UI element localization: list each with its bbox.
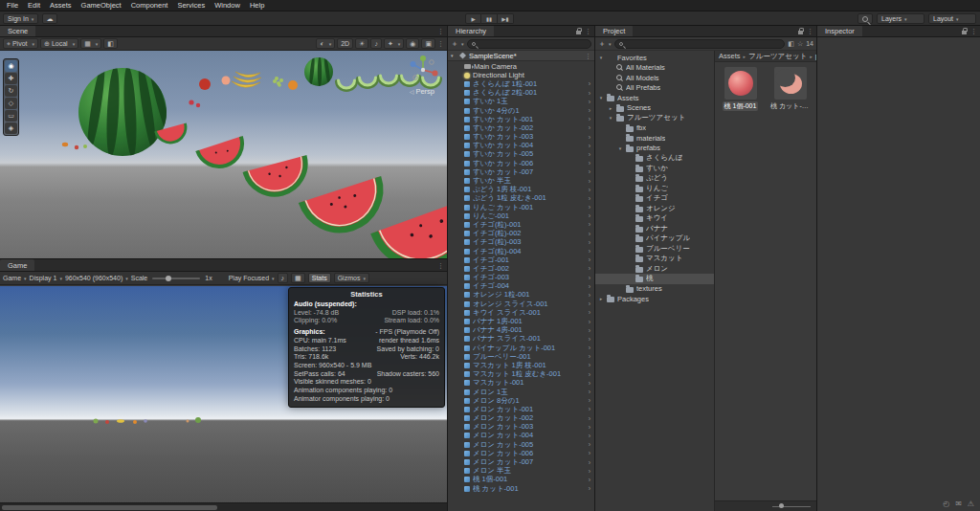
project-tree-item[interactable]: ブルーベリー [595,244,714,255]
handle-rotation-dropdown[interactable]: ⊕ Local [40,38,78,49]
project-search-input[interactable] [614,39,786,49]
thumbnail-zoom-slider[interactable] [772,506,811,507]
project-tree-item[interactable]: ▾フルーツアセット [595,113,714,123]
menu-file[interactable]: File [2,1,23,10]
camera-settings-button[interactable]: ▣ [421,38,435,49]
expander-icon[interactable]: ▾ [598,55,604,60]
project-tree-item[interactable]: ぶどう [595,173,714,184]
breadcrumb-item[interactable]: フルーツアセット [741,52,808,61]
asset-item[interactable]: 桃 1個-001 [719,67,762,111]
project-tree-item[interactable]: 桃 [595,274,714,284]
create-button[interactable]: ＋ [451,38,464,49]
search-by-type-icon[interactable]: ◧ [788,40,794,48]
scene-options-icon[interactable]: ⋮ [585,53,591,59]
project-tree-item[interactable]: ▸Packages [595,294,714,304]
step-button[interactable]: ▶▮ [498,13,514,24]
perspective-label[interactable]: ◁Persp [410,87,434,96]
inspector-menu-icon[interactable]: ⋮ [970,28,977,34]
layers-dropdown[interactable]: Layers [877,13,924,24]
pause-button[interactable]: ▮▮ [481,13,498,24]
alert-icon[interactable]: ⚠ [968,500,974,508]
prefab-open-arrow[interactable]: › [589,380,590,387]
project-tree-item[interactable]: メロン [595,264,714,275]
lock-icon[interactable] [576,31,581,34]
prefab-open-arrow[interactable]: › [589,99,590,105]
prefab-open-arrow[interactable]: › [589,397,590,404]
prefab-open-arrow[interactable]: › [589,151,590,158]
game-viewport[interactable]: Statistics Audio (suspended):Level: -74.… [0,286,447,503]
project-tree-item[interactable]: ▾prefabs [595,144,714,154]
prefab-open-arrow[interactable]: › [589,415,590,422]
rotate-tool[interactable]: ↻ [5,85,17,97]
expander-icon[interactable]: ▸ [608,105,613,111]
game-view-dropdown[interactable]: Game [3,275,27,281]
menu-assets[interactable]: Assets [45,1,77,10]
project-tree-item[interactable]: All Prefabs [595,83,714,94]
scale-tool[interactable]: ◇ [5,98,17,109]
expander-icon[interactable]: ▾ [598,95,604,100]
prefab-open-arrow[interactable]: › [589,485,590,492]
snap-increment-button[interactable]: ◧ [103,38,118,49]
prefab-open-arrow[interactable]: › [589,371,590,378]
project-tree-item[interactable]: マスカット [595,254,714,264]
prefab-open-arrow[interactable]: › [589,212,590,219]
tab-project[interactable]: Project [595,25,633,36]
prefab-open-arrow[interactable]: › [589,283,590,290]
project-tree-item[interactable]: ▾Favorites [595,53,714,63]
prefab-open-arrow[interactable]: › [589,362,590,368]
prefab-open-arrow[interactable]: › [589,80,590,87]
prefab-open-arrow[interactable]: › [589,221,590,228]
project-tree-item[interactable]: ▾Assets [595,93,714,103]
asset-item[interactable]: 桃 カット-001 [768,67,812,111]
prefab-open-arrow[interactable]: › [589,433,590,439]
expander-icon[interactable]: ▾ [608,115,613,121]
prefab-open-arrow[interactable]: › [589,265,590,272]
prefab-open-arrow[interactable]: › [589,178,590,185]
prefab-open-arrow[interactable]: › [589,239,590,246]
message-icon[interactable]: ✉ [955,500,962,508]
scene-viewport[interactable]: ◉✚↻◇▭◈ ◁Persp [0,51,447,258]
vsync-button[interactable]: ▦ [291,273,305,283]
prefab-open-arrow[interactable]: › [589,292,590,299]
prefab-open-arrow[interactable]: › [589,187,590,193]
project-tree-item[interactable]: キウイ [595,213,714,224]
prefab-open-arrow[interactable]: › [589,336,590,343]
rect-tool[interactable]: ▭ [5,110,17,122]
move-tool[interactable]: ✚ [5,73,17,84]
project-tree-item[interactable]: りんご [595,184,714,194]
prefab-open-arrow[interactable]: › [589,256,590,263]
prefab-open-arrow[interactable]: › [589,204,590,211]
prefab-open-arrow[interactable]: › [589,319,590,325]
hierarchy-item[interactable]: Main Camera [448,62,594,71]
progress-icon[interactable]: ◴ [943,500,949,508]
prefab-open-arrow[interactable]: › [589,124,590,131]
project-menu-icon[interactable]: ⋮ [807,28,813,34]
tab-inspector[interactable]: Inspector [817,25,862,36]
lock-icon[interactable] [798,31,803,34]
scrollbar-thumb[interactable] [2,505,217,510]
hierarchy-menu-icon[interactable]: ⋮ [585,28,591,34]
prefab-open-arrow[interactable]: › [589,134,590,141]
display-dropdown[interactable]: Display 1 [30,275,62,281]
prefab-open-arrow[interactable]: › [589,389,590,395]
shading-mode-dropdown[interactable]: ◐ [316,38,335,49]
play-button[interactable]: ▶ [465,13,481,24]
lock-icon[interactable] [962,31,967,34]
scene-header-row[interactable]: ▾ SampleScene* ⋮ [448,51,594,61]
tab-game[interactable]: Game [0,259,34,271]
project-tree-item[interactable]: All Materials [595,63,714,74]
expander-icon[interactable]: ▾ [451,53,457,58]
menu-services[interactable]: Services [172,1,210,10]
prefab-open-arrow[interactable]: › [589,441,590,448]
tab-scene[interactable]: Scene [0,25,35,36]
prefab-open-arrow[interactable]: › [589,160,590,167]
cloud-button[interactable]: ☁ [42,13,57,24]
grid-snapping-button[interactable]: ▦ [80,38,101,49]
prefab-open-arrow[interactable]: › [589,459,590,466]
prefab-open-arrow[interactable]: › [589,248,590,255]
prefab-open-arrow[interactable]: › [589,300,590,307]
menu-component[interactable]: Component [126,1,173,10]
menu-window[interactable]: Window [210,1,245,10]
project-tree-item[interactable]: パイナップル [595,233,714,244]
project-tree-item[interactable]: オレンジ [595,204,714,214]
